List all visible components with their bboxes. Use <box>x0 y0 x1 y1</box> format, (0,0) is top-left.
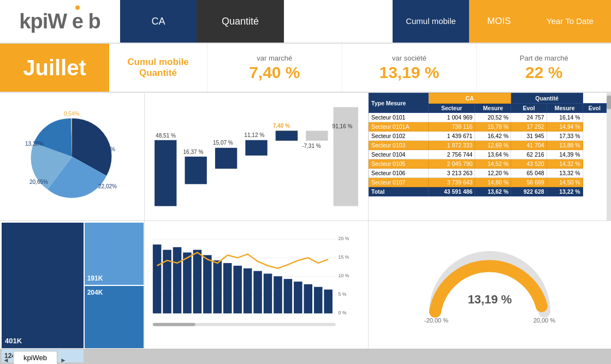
gauge-max: 20,00 % <box>533 317 555 324</box>
tab-arrow-right[interactable]: ► <box>57 356 69 364</box>
svg-text:7,40 %: 7,40 % <box>273 123 290 129</box>
logo-web-container: W e b <box>48 10 100 33</box>
svg-rect-49 <box>153 323 195 326</box>
tab-mois[interactable]: MOIS <box>469 0 529 43</box>
kpi-label-part: Part de marché <box>520 54 568 62</box>
kpi-cumul-line2: Quantité <box>139 68 177 79</box>
svg-rect-42 <box>274 276 282 313</box>
kpi-value-part: 22 % <box>525 63 562 82</box>
svg-rect-43 <box>284 279 293 313</box>
content-row-2: 401K 191K 204K 124K 20 % 15 % 10 % 5 <box>0 221 611 349</box>
svg-rect-40 <box>253 271 262 314</box>
table-row: Secteur 0105 2 045 790 14,52 % 43 520 14… <box>369 159 607 169</box>
svg-text:5 %: 5 % <box>339 291 347 297</box>
table-total-row: Total 43 591 486 13,62 % 922 628 13,22 % <box>369 187 607 196</box>
header: kpi W e b CA Quantité Cumul mobile MOIS <box>0 0 611 44</box>
svg-text:13,19 %: 13,19 % <box>468 293 512 306</box>
svg-text:20,65%: 20,65% <box>29 179 48 185</box>
nav-right-group: Cumul mobile MOIS Year To Date <box>393 0 611 43</box>
svg-rect-5 <box>155 140 176 206</box>
svg-text:0,54%: 0,54% <box>64 111 79 117</box>
svg-rect-46 <box>314 287 323 314</box>
th-type-mesure: Type Mesure <box>369 93 429 113</box>
th-quantite: Quantité <box>511 93 583 104</box>
svg-rect-18 <box>334 107 358 206</box>
kpi-value-marche: 7,40 % <box>249 63 300 82</box>
kpi-card-societe: var société 13,19 % <box>342 44 477 92</box>
table-row: Secteur 0101 1 004 969 20,52 % 24 757 16… <box>369 113 607 122</box>
kpi-month-value: Juillet <box>23 56 86 80</box>
tab-ca[interactable]: CA <box>120 0 197 43</box>
th-evol-ca: Evol <box>511 104 547 113</box>
tab-cumul[interactable]: Cumul mobile <box>393 0 469 43</box>
tab-ytd[interactable]: Year To Date <box>529 0 611 43</box>
svg-text:43,27%: 43,27% <box>97 146 115 152</box>
svg-rect-39 <box>244 268 252 314</box>
table-row: Secteur 0103 1 972 333 12,69 % 41 704 13… <box>369 141 607 150</box>
pie-chart: 43,27% 22,02% 20,65% 13,36% 0,54% <box>17 108 127 206</box>
content-row-1: 43,27% 22,02% 20,65% 13,36% 0,54% 48,51 … <box>0 93 611 221</box>
svg-rect-47 <box>324 290 333 314</box>
pie-chart-box: 43,27% 22,02% 20,65% 13,36% 0,54% <box>0 93 145 220</box>
svg-rect-16 <box>306 131 328 141</box>
table-row: Secteur 0107 3 739 643 14,80 % 56 669 14… <box>369 178 607 187</box>
svg-rect-30 <box>153 244 162 313</box>
svg-rect-11 <box>245 140 267 156</box>
logo-kpi: kpi <box>19 10 48 33</box>
content-area: 43,27% 22,02% 20,65% 13,36% 0,54% 48,51 … <box>0 93 611 349</box>
svg-rect-14 <box>276 131 298 141</box>
svg-rect-36 <box>213 260 222 313</box>
svg-text:15,07 %: 15,07 % <box>213 140 233 146</box>
svg-text:10 %: 10 % <box>339 273 349 278</box>
gauge-min: -20,00 % <box>424 317 448 324</box>
kpi-value-societe: 13,19 % <box>379 63 439 82</box>
kpi-month: Juillet <box>0 44 109 92</box>
nav-left-group: CA Quantité <box>120 0 284 43</box>
svg-text:0 %: 0 % <box>339 310 347 315</box>
kpi-label-societe: var société <box>392 54 426 62</box>
svg-text:16,37 %: 16,37 % <box>183 149 203 155</box>
waterfall-chart-box: 48,51 % 16,37 % 15,07 % 11,12 % 7,40 % -… <box>145 93 369 220</box>
gauge-box: 13,19 % -20,00 % 20,00 % <box>369 221 611 349</box>
table-row: Secteur 0101A 738 116 15,78 % 17 252 14,… <box>369 122 607 132</box>
treemap-cell-1: 401K <box>2 223 84 348</box>
th-secteur: Secteur <box>428 104 474 113</box>
svg-text:11,12 %: 11,12 % <box>244 132 264 138</box>
table-box: Type Mesure CA Quantité Secteur Mesure E… <box>369 93 611 220</box>
treemap-cell-3: 204K <box>85 286 144 348</box>
tab-bar: ◄ kpiWeb ► <box>0 349 611 364</box>
treemap-cell-2: 191K <box>85 223 144 285</box>
svg-rect-41 <box>264 273 272 313</box>
svg-rect-31 <box>163 250 171 313</box>
gauge-chart: 13,19 % <box>424 246 555 323</box>
svg-rect-34 <box>193 250 202 313</box>
logo-dot-icon <box>75 5 80 10</box>
bar-line-chart-box: 20 % 15 % 10 % 5 % 0 % <box>145 221 369 349</box>
svg-rect-9 <box>215 148 237 169</box>
th-ca: CA <box>428 93 511 104</box>
data-table: Type Mesure CA Quantité Secteur Mesure E… <box>369 93 607 196</box>
svg-rect-7 <box>185 157 207 184</box>
svg-rect-45 <box>304 284 312 313</box>
th-mesure-ca: Mesure <box>475 104 511 113</box>
bar-line-chart: 20 % 15 % 10 % 5 % 0 % <box>150 225 349 338</box>
svg-text:15 %: 15 % <box>339 254 349 260</box>
svg-rect-35 <box>203 255 212 313</box>
svg-rect-44 <box>294 282 302 313</box>
tab-kpiweb[interactable]: kpiWeb <box>13 351 57 364</box>
kpi-row: Juillet Cumul mobile Quantité var marché… <box>0 44 611 93</box>
table-row: Secteur 0106 3 213 263 12,20 % 65 048 13… <box>369 169 607 178</box>
treemap-box: 401K 191K 204K 124K <box>0 221 145 349</box>
tab-quantite[interactable]: Quantité <box>197 0 284 43</box>
svg-rect-33 <box>183 253 192 314</box>
svg-rect-38 <box>233 266 242 313</box>
scrollbar-thumb[interactable] <box>607 96 611 109</box>
svg-text:-7,31 %: -7,31 % <box>302 143 321 149</box>
svg-text:20 %: 20 % <box>339 236 349 241</box>
logo: kpi W e b <box>0 0 120 43</box>
kpi-cumul: Cumul mobile Quantité <box>109 44 207 92</box>
scrollbar[interactable] <box>607 93 611 220</box>
kpi-card-part: Part de marché 22 % <box>477 44 611 92</box>
svg-rect-37 <box>223 263 232 313</box>
tab-arrow-left[interactable]: ◄ <box>0 356 12 364</box>
